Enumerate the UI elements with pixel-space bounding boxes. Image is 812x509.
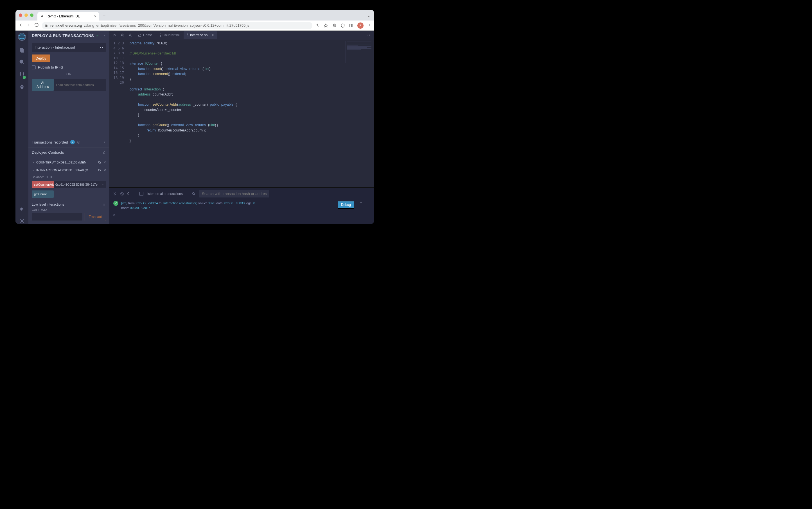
transact-button[interactable]: Transact [85,213,106,221]
minimize-window-icon[interactable] [25,13,28,17]
at-address-input[interactable] [54,79,106,91]
deployed-contracts-title: Deployed Contracts [32,150,64,155]
new-tab-button[interactable]: + [103,12,106,18]
close-instance-icon[interactable]: × [104,168,106,172]
run-icon[interactable] [111,33,118,37]
listen-checkbox[interactable] [139,192,144,196]
minimap[interactable] [345,41,373,63]
svg-point-11 [104,204,104,204]
zoom-in-icon[interactable] [127,33,134,37]
side-panel: DEPLOY & RUN TRANSACTIONS Interaction - … [28,31,110,224]
panel-title: DEPLOY & RUN TRANSACTIONS [32,33,94,38]
copy-icon[interactable] [98,160,101,165]
deploy-icon[interactable] [19,84,25,90]
window-controls [19,13,33,17]
contract-select[interactable]: Interaction - Interface.sol ▲▾ [32,43,106,52]
browser-tabbar: Remix - Ethereum IDE × + ⌄ [15,10,374,21]
terminal-toolbar: 0 listen on all transactions [110,188,374,200]
settings-icon[interactable] [19,218,25,224]
close-window-icon[interactable] [19,13,22,17]
calldata-input[interactable] [32,213,83,220]
debug-button[interactable]: Debug [338,201,354,209]
trash-icon[interactable] [103,151,106,154]
file-explorer-icon[interactable] [19,47,25,53]
split-editor-icon[interactable] [365,33,372,37]
search-icon[interactable] [192,192,196,196]
instance-balance: Balance: 0 ETH [32,174,106,181]
svg-point-6 [20,60,23,64]
share-icon[interactable] [315,23,320,28]
instance-interaction[interactable]: INTERACTION AT 0XD8B...33FA8 (M × [32,166,106,174]
terminal-search-input[interactable] [199,190,269,198]
svg-rect-2 [350,24,353,27]
svg-point-3 [18,33,26,41]
clear-icon[interactable] [120,192,124,196]
browser-tab-remix[interactable]: Remix - Ethereum IDE × [37,12,99,21]
compiler-icon[interactable] [19,71,25,78]
expand-args-icon[interactable] [99,181,106,188]
solidity-icon: ⟆ [187,33,188,37]
tabs-overflow-icon[interactable]: ⌄ [367,13,371,18]
tab-interface[interactable]: ⟆Interface.sol× [184,31,217,39]
zoom-out-icon[interactable] [119,33,126,37]
close-instance-icon[interactable]: × [104,160,106,165]
url-input[interactable]: remix.ethereum.org/#lang=en&optimize=fal… [42,22,312,29]
chevron-down-icon[interactable] [359,201,363,204]
tx-recorded-label: Transactions recorded [32,140,68,144]
forward-button[interactable] [26,23,31,28]
fn-setcounteraddr: setCounterAdd [32,181,106,188]
code-editor[interactable]: 1 2 3 4 5 6 7 8 9 10 11 12 13 14 15 16 1… [110,40,374,188]
instance-counter[interactable]: COUNTER AT 0XD91...39138 (MEM × [32,159,106,166]
at-address-button[interactable]: At Address [32,79,54,91]
close-tab-icon[interactable]: × [94,14,96,19]
chevron-right-icon [32,161,35,164]
back-button[interactable] [18,23,23,28]
menu-button[interactable]: ⋮ [368,23,371,28]
select-caret-icon: ▲▾ [99,46,103,49]
setcounteraddr-input[interactable] [54,181,99,188]
compiler-status-icon [23,76,26,79]
contract-select-value: Interaction - Interface.sol [35,45,75,49]
lli-title: Low level interactions [32,203,64,206]
terminal: 0 listen on all transactions ✓ [vm] from… [110,188,374,224]
chevron-right-icon [103,140,106,144]
browser-window: Remix - Ethereum IDE × + ⌄ remix.ethereu… [15,10,374,224]
getcount-button[interactable]: getCount [32,191,54,198]
info-icon[interactable] [102,203,106,206]
remix-favicon-icon [40,14,44,18]
shield-icon[interactable] [341,23,345,28]
tab-counter[interactable]: ⟆Counter.sol [156,31,183,39]
collapse-icon[interactable] [113,192,117,196]
icon-sidebar [15,31,28,224]
chevron-right-icon[interactable] [103,34,106,37]
remix-app: DEPLOY & RUN TRANSACTIONS Interaction - … [15,31,374,224]
url-host: remix.ethereum.org [50,23,82,28]
tab-counter-label: Counter.sol [162,33,180,37]
copy-icon[interactable] [98,168,101,172]
check-icon [96,34,99,37]
tx-recorded-section[interactable]: Transactions recorded 2 [28,137,110,147]
or-divider: OR [32,72,106,76]
close-tab-icon[interactable]: × [212,33,214,37]
panel-title-bar: DEPLOY & RUN TRANSACTIONS [28,31,110,41]
chevron-down-icon [32,169,35,172]
remix-logo-icon[interactable] [18,32,26,41]
search-icon[interactable] [19,59,25,65]
plugin-icon[interactable] [19,206,25,212]
checkbox-icon [32,65,36,69]
terminal-prompt[interactable]: > [110,212,374,218]
panel-icon[interactable] [349,23,353,28]
reload-button[interactable] [34,23,39,28]
setcounteraddr-button[interactable]: setCounterAdd [32,181,54,188]
extensions-icon[interactable] [332,23,337,28]
profile-avatar[interactable]: F [357,23,364,29]
instance-name: INTERACTION AT 0XD8B...33FA8 (M [36,169,88,172]
publish-ipfs-checkbox[interactable]: Publish to IPFS [32,65,106,69]
instance-name: COUNTER AT 0XD91...39138 (MEM [36,161,87,164]
tab-home[interactable]: Home [135,31,155,39]
log-entry[interactable]: ✓ [vm] from: 0x5B3...eddC4 to: Interacti… [110,200,374,212]
deploy-button[interactable]: Deploy [32,55,50,62]
browser-tab-title: Remix - Ethereum IDE [46,14,80,18]
bookmark-icon[interactable] [323,23,328,28]
maximize-window-icon[interactable] [30,13,33,17]
